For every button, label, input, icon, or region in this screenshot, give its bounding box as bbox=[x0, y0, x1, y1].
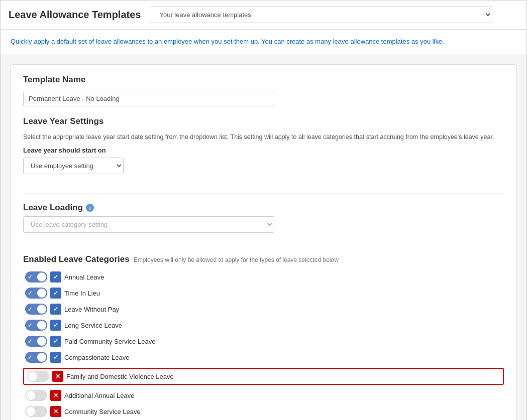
leave-categories-container: ✓✓✕Annual Leave✓✓✕Time In Lieu✓✓✕Leave W… bbox=[23, 271, 504, 417]
template-dropdown-wrapper[interactable]: Your leave allowance templates bbox=[151, 7, 492, 23]
leave-loading-select[interactable]: Use leave category setting bbox=[23, 216, 274, 233]
toggle-leave-without-pay[interactable]: ✓ bbox=[25, 304, 47, 315]
leave-loading-info-icon[interactable]: i bbox=[86, 204, 94, 212]
leave-year-description: Select the appropriate leave year start … bbox=[23, 132, 504, 142]
leave-label-annual-leave: Annual Leave bbox=[64, 273, 104, 281]
header-bar: Leave Allowance Templates Your leave all… bbox=[1, 1, 526, 30]
check-btn-time-in-lieu[interactable]: ✓ bbox=[50, 288, 61, 299]
divider-2 bbox=[23, 245, 504, 245]
main-content: Template Name Leave Year Settings Select… bbox=[1, 54, 526, 421]
leave-year-select[interactable]: Use employee setting bbox=[23, 158, 124, 174]
check-btn-paid-community-service[interactable]: ✓ bbox=[50, 336, 61, 347]
enabled-leave-section: Enabled Leave Categories Employees will … bbox=[23, 254, 504, 417]
main-card: Template Name Leave Year Settings Select… bbox=[11, 64, 516, 421]
leave-item-family-domestic-violence: ✓✕Family and Domestic Violence Leave bbox=[23, 368, 504, 385]
remove-btn-family-domestic-violence[interactable]: ✕ bbox=[52, 371, 63, 382]
leave-label-family-domestic-violence: Family and Domestic Violence Leave bbox=[66, 373, 174, 380]
leave-item-paid-community-service: ✓✓✕Paid Community Service Leave bbox=[23, 336, 504, 347]
leave-item-time-in-lieu: ✓✓✕Time In Lieu bbox=[23, 288, 504, 299]
check-btn-compassionate-leave[interactable]: ✓ bbox=[50, 352, 61, 363]
leave-label-leave-without-pay: Leave Without Pay bbox=[64, 306, 119, 313]
toggle-paid-community-service[interactable]: ✓ bbox=[25, 336, 47, 347]
divider-1 bbox=[23, 193, 504, 194]
leave-label-community-service-leave: Community Service Leave bbox=[64, 408, 141, 415]
leave-label-paid-community-service: Paid Community Service Leave bbox=[64, 338, 155, 345]
info-text: Quickly apply a default set of leave all… bbox=[11, 38, 444, 45]
check-btn-leave-without-pay[interactable]: ✓ bbox=[50, 304, 61, 315]
template-name-input[interactable] bbox=[23, 91, 274, 106]
enabled-leave-title: Enabled Leave Categories bbox=[23, 254, 130, 264]
leave-label-time-in-lieu: Time In Lieu bbox=[64, 290, 100, 297]
leave-loading-label-row: Leave Loading i bbox=[23, 203, 504, 213]
enabled-leave-subtitle: Employees will only be allowed to apply … bbox=[134, 256, 339, 263]
toggle-annual-leave[interactable]: ✓ bbox=[25, 271, 47, 283]
toggle-additional-annual-leave[interactable] bbox=[25, 390, 47, 401]
leave-label-long-service-leave: Long Service Leave bbox=[64, 322, 122, 329]
page-title: Leave Allowance Templates bbox=[9, 9, 141, 21]
template-name-label: Template Name bbox=[23, 75, 504, 85]
template-select[interactable]: Your leave allowance templates bbox=[151, 7, 492, 23]
leave-item-additional-annual-leave: ✓✕Additional Annual Leave bbox=[23, 390, 504, 401]
toggle-compassionate-leave[interactable]: ✓ bbox=[25, 352, 47, 363]
leave-label-compassionate-leave: Compassionate Leave bbox=[64, 354, 129, 361]
toggle-community-service-leave[interactable] bbox=[25, 406, 47, 417]
leave-label-additional-annual-leave: Additional Annual Leave bbox=[64, 392, 135, 399]
leave-year-field-label: Leave year should start on bbox=[23, 147, 504, 154]
leave-item-community-service-leave: ✓✕Community Service Leave bbox=[23, 406, 504, 417]
remove-btn-additional-annual-leave[interactable]: ✕ bbox=[50, 390, 61, 401]
toggle-time-in-lieu[interactable]: ✓ bbox=[25, 288, 47, 299]
leave-item-annual-leave: ✓✓✕Annual Leave bbox=[23, 271, 504, 283]
toggle-long-service-leave[interactable]: ✓ bbox=[25, 320, 47, 331]
toggle-family-domestic-violence[interactable] bbox=[27, 371, 49, 382]
remove-btn-community-service-leave[interactable]: ✕ bbox=[50, 406, 61, 417]
check-btn-long-service-leave[interactable]: ✓ bbox=[50, 320, 61, 331]
enabled-title-row: Enabled Leave Categories Employees will … bbox=[23, 254, 504, 264]
leave-item-leave-without-pay: ✓✓✕Leave Without Pay bbox=[23, 304, 504, 315]
info-bar: Quickly apply a default set of leave all… bbox=[1, 30, 526, 54]
leave-year-label: Leave Year Settings bbox=[23, 116, 504, 126]
leave-loading-section: Leave Loading i Use leave category setti… bbox=[23, 203, 504, 233]
leave-loading-label: Leave Loading bbox=[23, 203, 83, 213]
leave-item-compassionate-leave: ✓✓✕Compassionate Leave bbox=[23, 352, 504, 363]
leave-item-long-service-leave: ✓✓✕Long Service Leave bbox=[23, 320, 504, 331]
check-btn-annual-leave[interactable]: ✓ bbox=[50, 271, 61, 283]
